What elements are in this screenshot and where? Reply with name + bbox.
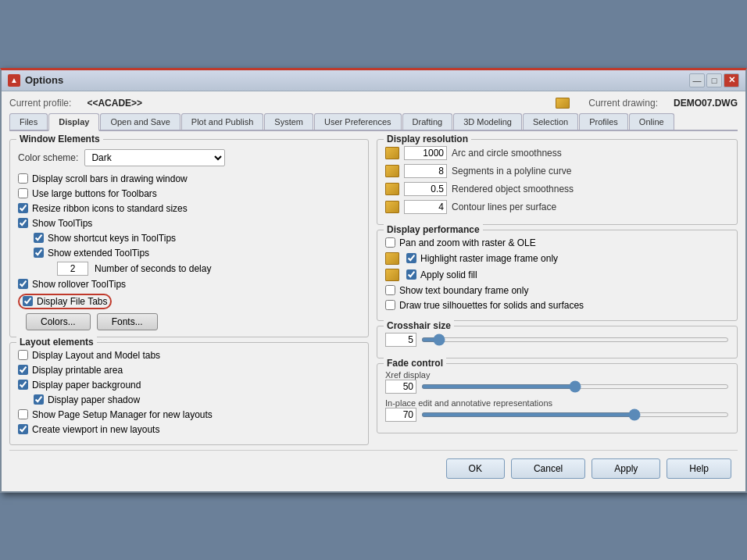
lcb-paper-shadow: Display paper shadow <box>18 394 360 406</box>
crosshair-slider[interactable] <box>421 337 729 342</box>
printable-area-label: Display printable area <box>32 365 123 376</box>
apply-button[interactable]: Apply <box>592 458 660 479</box>
tab-drafting[interactable]: Drafting <box>402 113 453 130</box>
title-bar: ▲ Options — □ ✕ <box>2 70 745 91</box>
minimize-button[interactable]: — <box>689 73 705 87</box>
create-viewport-checkbox[interactable] <box>18 424 28 434</box>
create-viewport-label: Create viewport in new layouts <box>32 424 159 435</box>
page-setup-checkbox[interactable] <box>18 409 28 419</box>
pcb-pan-zoom: Pan and zoom with raster & OLE <box>385 237 729 249</box>
ok-button[interactable]: OK <box>446 458 505 479</box>
layout-elements-title: Layout elements <box>16 337 97 348</box>
color-scheme-label: Color scheme: <box>18 152 78 163</box>
highlight-raster-checkbox[interactable] <box>406 253 416 263</box>
inplace-section: In-place edit and annotative representat… <box>385 398 729 422</box>
tab-3d-modeling[interactable]: 3D Modeling <box>453 113 522 130</box>
resolution-label-3: Contour lines per surface <box>452 202 556 212</box>
resolution-input-2[interactable] <box>404 182 447 196</box>
resolution-input-1[interactable] <box>404 164 447 178</box>
fonts-button[interactable]: Fonts... <box>97 313 158 330</box>
resolution-input-3[interactable] <box>404 200 447 214</box>
resolution-label-1: Segments in a polyline curve <box>452 166 571 177</box>
delay-label: Number of seconds to delay <box>95 263 211 274</box>
close-button[interactable]: ✕ <box>724 73 739 87</box>
highlight-raster-icon <box>385 252 399 265</box>
delay-row: Number of seconds to delay <box>18 262 360 276</box>
inplace-value[interactable] <box>385 408 416 422</box>
tab-files[interactable]: Files <box>9 113 48 130</box>
inplace-slider[interactable] <box>421 412 729 417</box>
paper-shadow-checkbox[interactable] <box>34 394 44 405</box>
large-buttons-checkbox[interactable] <box>18 188 28 198</box>
layout-model-tabs-label: Display Layout and Model tabs <box>32 350 160 361</box>
scroll-bars-checkbox[interactable] <box>18 173 28 184</box>
paper-background-checkbox[interactable] <box>18 380 28 390</box>
tab-profiles[interactable]: Profiles <box>579 113 628 130</box>
xref-slider[interactable] <box>421 384 729 389</box>
tab-user-preferences[interactable]: User Preferences <box>314 113 402 130</box>
layout-model-tabs-checkbox[interactable] <box>18 350 28 360</box>
resolution-label-2: Rendered object smoothness <box>452 184 574 194</box>
tab-open-save[interactable]: Open and Save <box>100 113 180 130</box>
silhouettes-label: Draw true silhouettes for solids and sur… <box>399 300 584 311</box>
display-file-tabs-highlight: Display File Tabs <box>18 294 112 309</box>
color-scheme-select[interactable]: Dark Light <box>84 149 225 166</box>
profile-bar: Current profile: <<ACADE>> Current drawi… <box>9 98 738 109</box>
pan-zoom-label: Pan and zoom with raster & OLE <box>399 237 536 248</box>
crosshair-value[interactable] <box>385 333 416 347</box>
pan-zoom-checkbox[interactable] <box>385 237 395 248</box>
pcb-silhouettes: Draw true silhouettes for solids and sur… <box>385 299 729 312</box>
display-file-tabs-checkbox[interactable] <box>23 296 33 306</box>
resolution-icon-3 <box>385 201 399 213</box>
xref-value[interactable] <box>385 380 416 394</box>
solid-fill-icon <box>385 269 399 281</box>
crosshair-slider-row <box>385 333 729 347</box>
crosshair-size-title: Crosshair size <box>384 320 454 331</box>
fade-control-group: Fade control Xref display In-place edit … <box>377 363 738 433</box>
inplace-slider-row <box>385 408 729 422</box>
tooltips-checkbox[interactable] <box>18 218 28 228</box>
resolution-row-0: Arc and circle smoothness <box>385 146 729 160</box>
drawing-icon <box>556 98 570 109</box>
resolution-row-3: Contour lines per surface <box>385 200 729 214</box>
tab-plot-publish[interactable]: Plot and Publish <box>181 113 264 130</box>
pcb-text-boundary: Show text boundary frame only <box>385 284 729 297</box>
printable-area-checkbox[interactable] <box>18 365 28 375</box>
tab-system[interactable]: System <box>264 113 313 130</box>
rollover-tooltips-checkbox[interactable] <box>18 279 28 289</box>
help-button[interactable]: Help <box>667 458 731 479</box>
extended-tooltips-checkbox[interactable] <box>34 248 44 258</box>
silhouettes-checkbox[interactable] <box>385 300 395 310</box>
tooltips-label: Show ToolTips <box>32 218 92 229</box>
layout-elements-group: Layout elements Display Layout and Model… <box>9 342 369 445</box>
resolution-input-0[interactable] <box>404 146 447 160</box>
tab-online[interactable]: Online <box>629 113 674 130</box>
title-bar-left: ▲ Options <box>8 74 63 87</box>
crosshair-size-group: Crosshair size <box>377 326 738 358</box>
shortcut-keys-checkbox[interactable] <box>34 233 44 243</box>
delay-input[interactable] <box>57 262 88 276</box>
main-content: Window Elements Color scheme: Dark Light… <box>9 131 738 445</box>
resolution-icon-2 <box>385 183 399 195</box>
solid-fill-checkbox[interactable] <box>406 269 416 280</box>
window-element-buttons: Colors... Fonts... <box>18 313 360 330</box>
tab-display[interactable]: Display <box>48 113 99 131</box>
cb-file-tabs-row: Display File Tabs <box>18 293 360 310</box>
page-setup-label: Show Page Setup Manager for new layouts <box>32 409 213 420</box>
cancel-button[interactable]: Cancel <box>511 458 585 479</box>
lcb-layout-model-tabs: Display Layout and Model tabs <box>18 349 360 362</box>
fade-control-title: Fade control <box>384 358 446 369</box>
title-bar-buttons: — □ ✕ <box>689 73 739 87</box>
cb-rollover: Show rollover ToolTips <box>18 278 360 291</box>
xref-slider-row <box>385 380 729 394</box>
tab-selection[interactable]: Selection <box>523 113 578 130</box>
display-resolution-group: Display resolution Arc and circle smooth… <box>377 139 738 225</box>
bottom-bar: OK Cancel Apply Help <box>9 450 738 483</box>
cb-large-buttons: Use large buttons for Toolbars <box>18 187 360 200</box>
text-boundary-checkbox[interactable] <box>385 285 395 295</box>
resize-ribbon-checkbox[interactable] <box>18 203 28 213</box>
colors-button[interactable]: Colors... <box>26 313 91 330</box>
resolution-icon-0 <box>385 147 399 159</box>
lcb-create-viewport: Create viewport in new layouts <box>18 423 360 436</box>
maximize-button[interactable]: □ <box>706 73 722 87</box>
